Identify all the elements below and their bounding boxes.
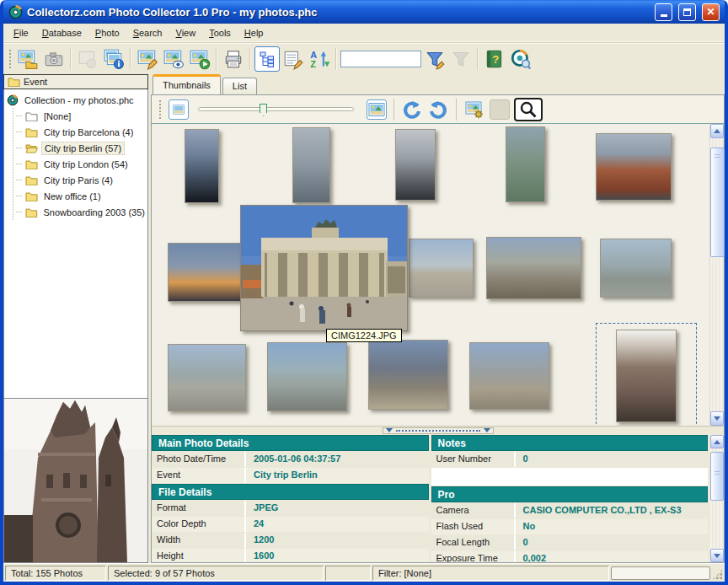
thumbnail-size-slider[interactable] xyxy=(198,107,354,111)
sidebar-header-label: Event xyxy=(24,77,47,87)
clear-filter-button[interactable] xyxy=(448,46,474,72)
thumbnail-photo[interactable] xyxy=(409,239,474,298)
thumbnail-toolbar-grip[interactable] xyxy=(158,99,162,120)
selected-thumbnail-box[interactable] xyxy=(596,323,697,426)
details-splitter xyxy=(152,426,724,434)
detail-row: Photo Date/Time 2005-01-06 04:37:57 xyxy=(152,452,429,467)
menu-tools[interactable]: Tools xyxy=(202,25,238,40)
tree-item-paris[interactable]: City trip Paris (4) xyxy=(13,172,147,188)
menu-file[interactable]: File xyxy=(7,25,35,40)
detail-row: Camera CASIO COMPUTER CO.,LTD , EX-S3 xyxy=(431,503,709,518)
thumbnail-photo[interactable] xyxy=(596,133,672,201)
small-thumbnails-button[interactable] xyxy=(169,99,189,120)
edit-photo-button[interactable] xyxy=(135,46,160,72)
tree-item-new-office[interactable]: New office (1) xyxy=(13,188,147,204)
folders-panel-toggle[interactable] xyxy=(254,46,280,72)
detail-value: JPEG xyxy=(246,501,429,516)
sort-button[interactable]: A Z xyxy=(307,46,332,72)
thumbnail-photo[interactable] xyxy=(506,126,545,202)
thumbnail-options-button[interactable] xyxy=(463,99,485,121)
tree-item-snowboarding[interactable]: Snowboarding 2003 (35) xyxy=(13,204,147,220)
thumbnail-photo[interactable] xyxy=(185,129,219,203)
statusbar: Total: 155 Photos Selected: 9 of 57 Phot… xyxy=(3,563,725,582)
small-image-icon xyxy=(173,105,185,115)
collapse-down-icon xyxy=(484,428,490,432)
zoom-mode-button[interactable] xyxy=(514,98,543,121)
splitter-handle[interactable] xyxy=(383,427,494,434)
detail-label: Width xyxy=(152,533,246,548)
thumbnail-photo[interactable] xyxy=(469,342,549,410)
view-photo-button[interactable] xyxy=(161,46,186,72)
status-filter: Filter: [None] xyxy=(372,566,609,581)
thumbnail-photo[interactable] xyxy=(267,342,347,411)
menu-search[interactable]: Search xyxy=(126,25,169,40)
tree-item-label: Collection - my photos.phc xyxy=(22,94,136,106)
slideshow-button[interactable] xyxy=(187,46,212,72)
menu-view[interactable]: View xyxy=(169,25,203,40)
collection-icon xyxy=(7,94,19,106)
rotate-left-button[interactable] xyxy=(401,99,423,121)
menu-photo[interactable]: Photo xyxy=(88,25,126,40)
tree-item-collection[interactable]: Collection - my photos.phc xyxy=(4,92,147,108)
acquire-camera-button[interactable] xyxy=(41,46,67,72)
thumbnail-photo[interactable] xyxy=(168,243,246,302)
thumbnail-photo-selected[interactable] xyxy=(616,330,677,422)
help-button[interactable]: ? xyxy=(482,46,507,72)
thumbnail-photo[interactable] xyxy=(486,237,581,299)
search-input[interactable] xyxy=(340,51,421,67)
thumbnail-photo[interactable] xyxy=(395,129,436,201)
folder-icon xyxy=(25,191,38,201)
details-scrollbar[interactable] xyxy=(710,435,724,562)
scroll-down-button[interactable] xyxy=(710,549,724,562)
folder-empty-icon xyxy=(25,111,38,121)
thumbnail-photo[interactable] xyxy=(292,127,330,203)
sidebar-header: Event xyxy=(3,74,148,89)
scroll-down-button[interactable] xyxy=(710,411,724,426)
close-button[interactable]: ✕ xyxy=(702,3,720,21)
content-area: Event Collection - my photos.phc xyxy=(3,74,725,563)
chevron-up-icon xyxy=(714,440,720,444)
detail-row-blank xyxy=(431,468,709,486)
tree-item-none[interactable]: [None] xyxy=(13,108,147,124)
tab-list[interactable]: List xyxy=(222,78,257,94)
photo-info-button[interactable] xyxy=(101,46,126,72)
print-button[interactable] xyxy=(221,46,246,72)
add-photos-button[interactable] xyxy=(15,46,40,72)
magnifier-icon xyxy=(518,99,538,120)
tree-item-barcelona[interactable]: City trip Barcelona (4) xyxy=(13,124,147,140)
toolbar-separator xyxy=(216,48,217,70)
scrollbar-thumb[interactable] xyxy=(710,452,724,501)
tree-item-berlin[interactable]: City trip Berlin (57) xyxy=(13,140,147,156)
edit-list-button[interactable] xyxy=(281,46,306,72)
rotate-right-button[interactable] xyxy=(427,99,449,121)
toolbar-grip[interactable] xyxy=(8,49,12,69)
collectorz-online-button[interactable] xyxy=(508,46,533,72)
inactive-tool-button[interactable] xyxy=(490,99,510,120)
section-header: File Details xyxy=(152,484,429,500)
window-title: Collectorz.com Photo Collector 1.0 Pro -… xyxy=(27,6,649,19)
minimize-button[interactable] xyxy=(655,3,672,21)
detail-value: 0 xyxy=(516,535,709,550)
scrollbar-thumb[interactable] xyxy=(710,148,725,257)
slider-thumb[interactable] xyxy=(260,104,267,116)
grid-scrollbar[interactable] xyxy=(709,124,724,426)
menu-database[interactable]: Database xyxy=(35,25,88,40)
remove-photo-button[interactable] xyxy=(75,46,100,72)
thumbnail-photo[interactable] xyxy=(168,344,246,411)
menu-help[interactable]: Help xyxy=(238,25,270,40)
thumbnail-photo[interactable] xyxy=(600,239,672,298)
thumbnail-photo[interactable] xyxy=(368,340,448,410)
scroll-up-button[interactable] xyxy=(710,435,724,448)
detail-label: Event xyxy=(152,468,246,483)
large-thumbnails-button[interactable] xyxy=(367,99,387,120)
resize-grip[interactable] xyxy=(712,569,723,580)
tree-item-label: Snowboarding 2003 (35) xyxy=(41,207,147,218)
toolbar-separator xyxy=(249,48,251,70)
filter-button[interactable] xyxy=(422,46,447,72)
scroll-up-button[interactable] xyxy=(710,124,724,138)
tree-item-london[interactable]: City trip London (54) xyxy=(13,156,147,172)
maximize-button[interactable] xyxy=(678,3,696,21)
thumbnail-photo-enlarged[interactable] xyxy=(240,205,408,331)
detail-row: Height 1600 xyxy=(152,549,429,562)
tab-thumbnails[interactable]: Thumbnails xyxy=(153,74,221,94)
